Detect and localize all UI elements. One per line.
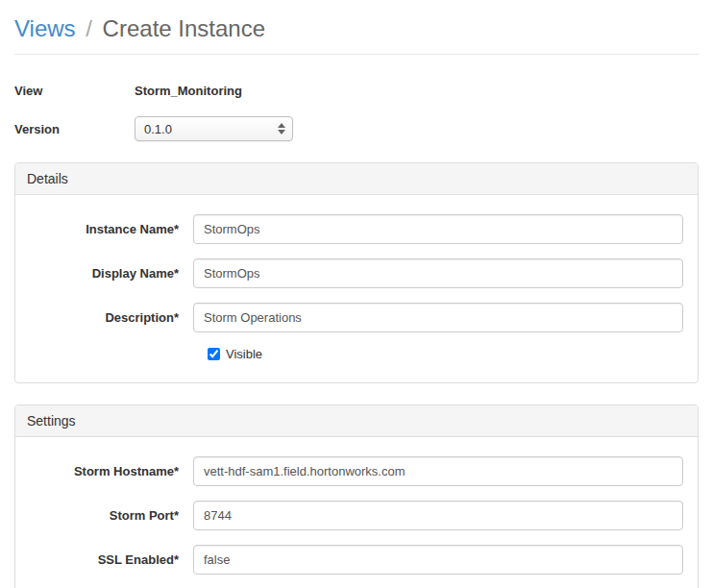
settings-panel-title: Settings [15, 405, 698, 437]
visible-checkbox-row: Visible [30, 347, 683, 363]
breadcrumb-current: Create Instance [103, 15, 265, 41]
version-label: Version [14, 122, 135, 136]
details-panel-title: Details [15, 163, 698, 195]
chevron-updown-icon [278, 123, 285, 135]
visible-checkbox-text: Visible [226, 347, 262, 361]
storm-hostname-row: Storm Hostname* [30, 456, 683, 486]
settings-panel-body: Storm Hostname* Storm Port* SSL Enabled* [15, 437, 698, 588]
instance-name-label: Instance Name* [30, 222, 193, 236]
breadcrumb-views-link[interactable]: Views [14, 15, 76, 41]
view-value: Storm_Monitoring [135, 84, 242, 98]
details-panel: Details Instance Name* Display Name* Des… [14, 162, 699, 383]
header-divider [14, 54, 699, 55]
page-title: Views / Create Instance [14, 15, 699, 42]
storm-hostname-label: Storm Hostname* [30, 464, 193, 478]
instance-name-input[interactable] [193, 214, 683, 244]
view-label: View [14, 84, 135, 98]
version-select-value: 0.1.0 [144, 122, 172, 136]
storm-port-row: Storm Port* [30, 501, 683, 530]
visible-checkbox-label[interactable]: Visible [208, 347, 262, 361]
display-name-row: Display Name* [30, 258, 683, 288]
details-panel-body: Instance Name* Display Name* Description… [15, 195, 698, 382]
description-label: Description* [30, 310, 193, 325]
ssl-enabled-label: SSL Enabled* [30, 552, 193, 567]
version-row: Version 0.1.0 [14, 116, 699, 141]
visible-checkbox[interactable] [208, 348, 220, 360]
storm-port-input[interactable] [193, 501, 683, 530]
description-row: Description* [30, 303, 683, 332]
storm-hostname-input[interactable] [193, 456, 683, 486]
create-instance-page: Views / Create Instance View Storm_Monit… [0, 0, 713, 588]
meta-section: View Storm_Monitoring Version 0.1.0 [14, 78, 699, 141]
display-name-label: Display Name* [30, 266, 193, 281]
breadcrumb-separator: / [86, 15, 92, 41]
display-name-input[interactable] [193, 258, 683, 288]
ssl-enabled-row: SSL Enabled* [30, 545, 683, 575]
storm-port-label: Storm Port* [30, 508, 193, 523]
view-row: View Storm_Monitoring [14, 78, 699, 103]
version-select[interactable]: 0.1.0 [135, 116, 293, 141]
description-input[interactable] [193, 303, 683, 332]
instance-name-row: Instance Name* [30, 214, 683, 244]
settings-panel: Settings Storm Hostname* Storm Port* SSL… [14, 404, 699, 588]
ssl-enabled-input[interactable] [193, 545, 683, 575]
